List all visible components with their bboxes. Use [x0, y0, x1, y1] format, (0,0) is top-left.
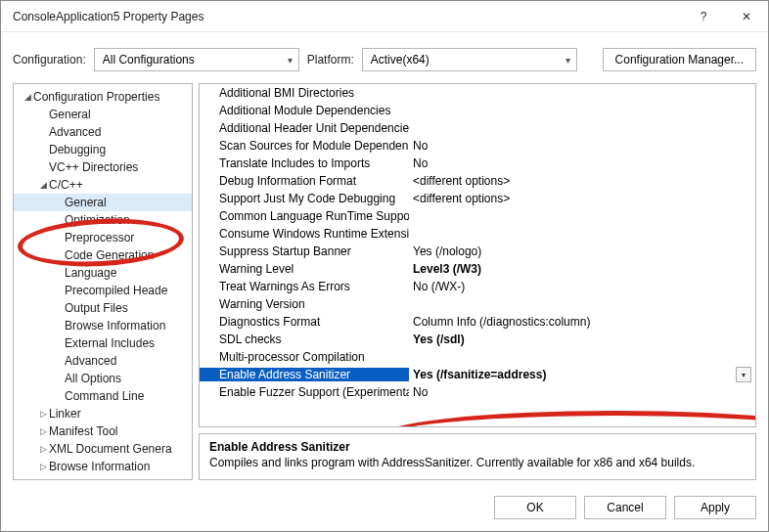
close-icon[interactable]: ✕: [725, 1, 768, 32]
property-row[interactable]: Consume Windows Runtime Extension: [200, 225, 755, 243]
tree-node-label: Configuration Properties: [33, 90, 159, 104]
property-value[interactable]: Yes (/sdl): [409, 332, 755, 346]
configuration-combo[interactable]: All Configurations ▾: [94, 48, 299, 71]
tree-node-label: Output Files: [65, 301, 128, 315]
right-pane: Additional BMI DirectoriesAdditional Mod…: [199, 83, 756, 480]
tree-node[interactable]: Code Generation: [14, 246, 192, 264]
property-row[interactable]: Diagnostics FormatColumn Info (/diagnost…: [200, 313, 755, 331]
property-value[interactable]: <different options>: [409, 192, 755, 205]
chevron-down-icon[interactable]: ▾: [736, 367, 751, 382]
property-name: Additional Module Dependencies: [200, 104, 409, 117]
tree-node[interactable]: Precompiled Heade: [14, 282, 192, 299]
tree-node[interactable]: ▷Linker: [14, 405, 192, 422]
tree-node[interactable]: Preprocessor: [14, 229, 192, 246]
property-row[interactable]: Treat Warnings As ErrorsNo (/WX-): [200, 278, 755, 295]
tree-node[interactable]: Language: [14, 264, 192, 282]
property-name: Translate Includes to Imports: [200, 156, 409, 170]
property-value[interactable]: No: [409, 385, 755, 399]
main-area: ◢Configuration PropertiesGeneralAdvanced…: [1, 83, 768, 488]
tree-node-label: VC++ Directories: [49, 160, 138, 174]
configuration-label: Configuration:: [13, 53, 86, 66]
expand-open-icon[interactable]: ◢: [37, 180, 49, 190]
tree-node[interactable]: Advanced: [14, 352, 192, 370]
property-row[interactable]: Common Language RunTime Support: [200, 207, 755, 225]
tree-node[interactable]: Output Files: [14, 299, 192, 317]
tree-node-label: Advanced: [65, 354, 116, 368]
tree-node[interactable]: ▷Browse Information: [14, 458, 192, 475]
property-row[interactable]: Scan Sources for Module DependenciesNo: [200, 137, 755, 155]
configuration-value: All Configurations: [103, 53, 195, 66]
property-value[interactable]: Yes (/nologo): [409, 244, 755, 258]
property-row[interactable]: SDL checksYes (/sdl): [200, 331, 755, 348]
tree-node[interactable]: ▷XML Document Genera: [14, 440, 192, 458]
tree-node[interactable]: ◢C/C++: [14, 176, 192, 194]
property-name: Treat Warnings As Errors: [200, 280, 409, 293]
tree-node-label: Browse Information: [49, 460, 150, 473]
property-row[interactable]: Warning LevelLevel3 (/W3): [200, 260, 755, 278]
cancel-button[interactable]: Cancel: [584, 496, 666, 519]
property-row[interactable]: Multi-processor Compilation: [200, 348, 755, 366]
tree-node[interactable]: ▷Manifest Tool: [14, 422, 192, 440]
expand-open-icon[interactable]: ◢: [22, 92, 33, 102]
property-row[interactable]: Suppress Startup BannerYes (/nologo): [200, 243, 755, 260]
ok-button[interactable]: OK: [494, 496, 576, 519]
property-row[interactable]: Additional Header Unit Dependencies: [200, 119, 755, 137]
property-row[interactable]: Additional BMI Directories: [200, 84, 755, 102]
property-value[interactable]: Column Info (/diagnostics:column): [409, 315, 755, 329]
tree-node[interactable]: Debugging: [14, 141, 192, 158]
tree-node-label: General: [65, 196, 107, 209]
tree-node[interactable]: Command Line: [14, 387, 192, 405]
tree-node-label: Command Line: [65, 389, 144, 403]
property-value[interactable]: <different options>: [409, 174, 755, 188]
property-grid[interactable]: Additional BMI DirectoriesAdditional Mod…: [199, 83, 756, 427]
property-pages-dialog: ConsoleApplication5 Property Pages ? ✕ C…: [0, 0, 769, 532]
tree-node-label: XML Document Genera: [49, 442, 172, 456]
tree-node[interactable]: Optimization: [14, 211, 192, 229]
window-title: ConsoleApplication5 Property Pages: [13, 10, 682, 23]
property-row[interactable]: Support Just My Code Debugging<different…: [200, 190, 755, 207]
property-row[interactable]: Enable Address SanitizerYes (/fsanitize=…: [200, 366, 755, 383]
property-name: Warning Level: [200, 262, 409, 276]
nav-tree[interactable]: ◢Configuration PropertiesGeneralAdvanced…: [13, 83, 193, 480]
property-row[interactable]: Enable Fuzzer Support (Experimental)No: [200, 383, 755, 401]
property-name: Enable Fuzzer Support (Experimental): [200, 385, 409, 399]
tree-node[interactable]: Advanced: [14, 123, 192, 141]
property-value[interactable]: No (/WX-): [409, 280, 755, 293]
expand-closed-icon[interactable]: ▷: [37, 409, 49, 419]
description-title: Enable Address Sanitizer: [209, 440, 746, 454]
highlight-annotation: [378, 411, 756, 427]
tree-node[interactable]: Browse Information: [14, 317, 192, 334]
tree-node[interactable]: ◢Configuration Properties: [14, 88, 192, 106]
tree-node-label: Preprocessor: [65, 231, 134, 244]
property-value[interactable]: No: [409, 156, 755, 170]
dialog-buttons: OK Cancel Apply: [1, 488, 768, 531]
property-row[interactable]: Debug Information Format<different optio…: [200, 172, 755, 190]
tree-node-label: Code Generation: [65, 248, 154, 262]
expand-closed-icon[interactable]: ▷: [37, 444, 49, 454]
expand-closed-icon[interactable]: ▷: [37, 426, 49, 436]
tree-node[interactable]: General: [14, 106, 192, 123]
property-row[interactable]: Additional Module Dependencies: [200, 102, 755, 119]
tree-node[interactable]: General: [14, 194, 192, 211]
platform-combo[interactable]: Active(x64) ▾: [362, 48, 577, 71]
property-name: Scan Sources for Module Dependencies: [200, 139, 409, 153]
help-icon[interactable]: ?: [682, 1, 725, 32]
platform-value: Active(x64): [371, 53, 430, 66]
property-value[interactable]: No: [409, 139, 755, 153]
property-value[interactable]: Yes (/fsanitize=address): [409, 368, 736, 381]
expand-closed-icon[interactable]: ▷: [37, 462, 49, 471]
tree-node[interactable]: All Options: [14, 370, 192, 387]
chevron-down-icon: ▾: [288, 55, 293, 66]
configuration-manager-button[interactable]: Configuration Manager...: [603, 48, 756, 71]
platform-label: Platform:: [307, 53, 354, 66]
property-row[interactable]: Translate Includes to ImportsNo: [200, 155, 755, 172]
property-row[interactable]: Warning Version: [200, 295, 755, 313]
property-name: Support Just My Code Debugging: [200, 192, 409, 205]
property-name: Multi-processor Compilation: [200, 350, 409, 364]
tree-node[interactable]: VC++ Directories: [14, 158, 192, 176]
property-value[interactable]: Level3 (/W3): [409, 262, 755, 276]
tree-node-label: Optimization: [65, 213, 130, 227]
apply-button[interactable]: Apply: [674, 496, 756, 519]
tree-node[interactable]: External Includes: [14, 334, 192, 352]
property-name: Common Language RunTime Support: [200, 209, 409, 223]
